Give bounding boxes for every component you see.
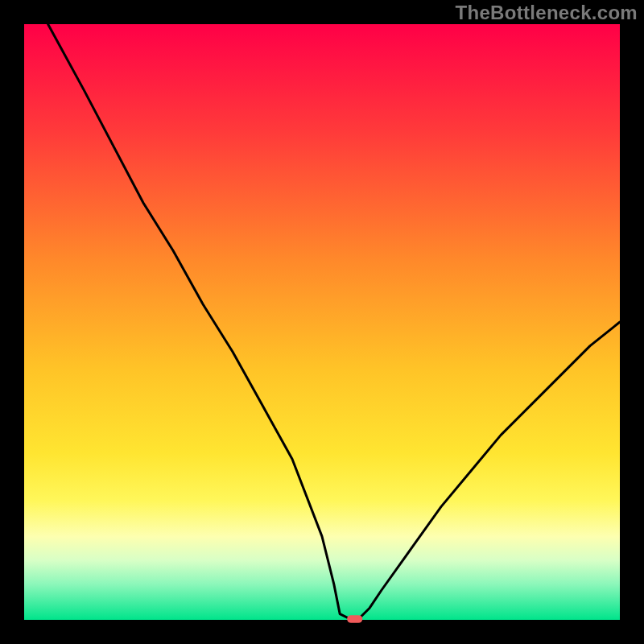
- optimal-marker: [347, 615, 362, 623]
- gradient-background: [24, 24, 620, 620]
- chart-svg: [0, 0, 644, 644]
- bottleneck-chart: TheBottleneck.com: [0, 0, 644, 644]
- watermark-label: TheBottleneck.com: [456, 2, 638, 24]
